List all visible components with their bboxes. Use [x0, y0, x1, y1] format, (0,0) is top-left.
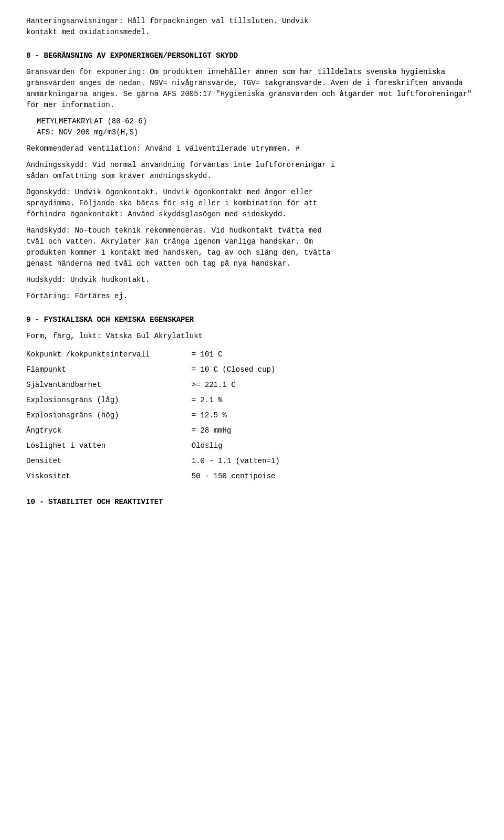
property-label: Viskositet: [26, 469, 192, 484]
ogonskydd-line2: spraydimma. Följande ska bäras för sig e…: [26, 198, 478, 209]
property-row: Kokpunkt /kokpunktsintervall= 101 C: [26, 347, 478, 362]
property-value: >= 221.1 C: [192, 377, 478, 393]
property-label: Flampunkt: [26, 362, 192, 377]
property-label: Löslighet i vatten: [26, 438, 192, 454]
hudskydd: Hudskydd: Undvik hudkontakt.: [26, 275, 478, 286]
handskydd-line2: tvål och vatten. Akrylater kan tränga ig…: [26, 236, 478, 247]
property-value: 1.0 - 1.1 (vatten=1): [192, 454, 478, 469]
metyl-line2: AFS: NGV 200 mg/m3(H,S): [37, 127, 478, 138]
section10-header: 10 - STABILITET OCH REAKTIVITET: [26, 497, 478, 508]
fortaring: Förtäring: Förtäres ej.: [26, 291, 478, 302]
property-row: Ångtryck= 28 mmHg: [26, 423, 478, 438]
metyl-line1: METYLMETAKRYLAT (80-62-6): [37, 116, 478, 127]
property-row: Explosionsgräns (hög)= 12.5 %: [26, 408, 478, 423]
properties-table: Kokpunkt /kokpunktsintervall= 101 CFlamp…: [26, 347, 478, 484]
property-row: Explosionsgräns (låg)= 2.1 %: [26, 393, 478, 408]
handling-line2: kontakt med oxidationsmedel.: [26, 27, 478, 38]
property-row: Löslighet i vattenOlöslig: [26, 438, 478, 454]
property-value: Olöslig: [192, 438, 478, 454]
handskydd-line4: genast händerna med tvål och vatten och …: [26, 258, 478, 269]
property-value: = 2.1 %: [192, 393, 478, 408]
ogonskydd-line1: Ögonskydd: Undvik ögonkontakt. Undvik ög…: [26, 187, 478, 198]
ventilation: Rekommenderad ventilation: Använd i välv…: [26, 143, 478, 154]
property-value: = 28 mmHg: [192, 423, 478, 438]
property-row: Viskositet50 - 150 centipoise: [26, 469, 478, 484]
property-row: Självantändbarhet>= 221.1 C: [26, 377, 478, 393]
property-label: Densitet: [26, 454, 192, 469]
ogonskydd-line3: förhindra ögonkontakt: Använd skyddsglas…: [26, 209, 478, 220]
property-label: Kokpunkt /kokpunktsintervall: [26, 347, 192, 362]
property-label: Explosionsgräns (hög): [26, 408, 192, 423]
property-value: = 10 C (Closed cup): [192, 362, 478, 377]
property-value: = 12.5 %: [192, 408, 478, 423]
andningsskydd-line2: sådan omfattning som kräver andningsskyd…: [26, 171, 478, 182]
andningsskydd-line1: Andningsskydd: Vid normal användning för…: [26, 160, 478, 171]
section8-header: 8 - BEGRÄNSNING AV EXPONERINGEN/PERSONLI…: [26, 50, 478, 61]
property-label: Explosionsgräns (låg): [26, 393, 192, 408]
property-value: = 101 C: [192, 347, 478, 362]
section8: 8 - BEGRÄNSNING AV EXPONERINGEN/PERSONLI…: [26, 50, 478, 302]
property-label: Självantändbarhet: [26, 377, 192, 393]
handling-line1: Hanteringsanvisningar: Håll förpackninge…: [26, 16, 478, 27]
section9: 9 - FYSIKALISKA OCH KEMISKA EGENSKAPER F…: [26, 314, 478, 484]
property-label: Ångtryck: [26, 423, 192, 438]
section9-form: Form, färg, lukt: Vätska Gul Akrylatlukt: [26, 331, 478, 342]
handling-instructions-section: Hanteringsanvisningar: Håll förpackninge…: [26, 16, 478, 38]
property-row: Flampunkt= 10 C (Closed cup): [26, 362, 478, 377]
section8-para1: Gränsvärden för exponering: Om produkten…: [26, 67, 478, 111]
property-value: 50 - 150 centipoise: [192, 469, 478, 484]
handskydd-line3: produkten kommer i kontakt med handsken,…: [26, 247, 478, 258]
section10: 10 - STABILITET OCH REAKTIVITET: [26, 497, 478, 508]
handskydd-line1: Handskydd: No-touch teknik rekommenderas…: [26, 225, 478, 236]
section9-header: 9 - FYSIKALISKA OCH KEMISKA EGENSKAPER: [26, 314, 478, 326]
property-row: Densitet1.0 - 1.1 (vatten=1): [26, 454, 478, 469]
